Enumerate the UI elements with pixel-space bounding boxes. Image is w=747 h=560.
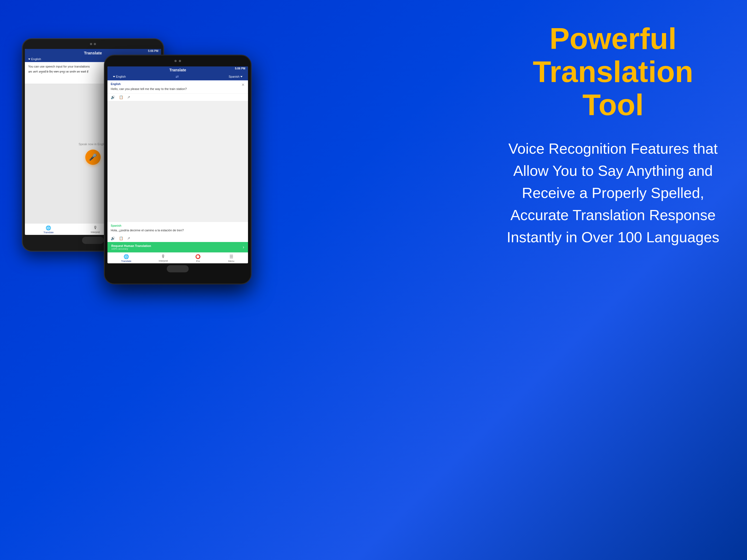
front-spanish-copy-icon[interactable]: 📋 — [119, 236, 123, 240]
human-translate-sublabel: 100% accuracy — [111, 248, 151, 250]
swap-languages-icon[interactable]: ⇄ — [176, 74, 179, 79]
front-lang-to-label: Spanish — [229, 75, 239, 78]
front-spanish-label: Spanish — [111, 224, 245, 227]
front-nav-menu[interactable]: ☰ Menu — [228, 254, 234, 262]
front-english-copy-icon[interactable]: 📋 — [119, 95, 123, 99]
front-english-card-header: English ✕ — [111, 82, 245, 87]
front-lang-bar: English ⇄ Spanish — [107, 73, 248, 80]
front-tablet-camera — [105, 55, 251, 67]
front-lang-from-arrow — [113, 76, 115, 77]
headline-line1: Powerful — [501, 22, 725, 55]
front-nav-interpret[interactable]: 🎙 Interpret — [159, 254, 168, 262]
back-nav-translate-label: Translate — [44, 231, 54, 234]
human-translate-bar[interactable]: Request Human Translation 100% accuracy … — [107, 242, 248, 252]
front-nav-menu-label: Menu — [228, 260, 234, 262]
back-lang-label: English — [31, 57, 41, 61]
front-home-button[interactable] — [105, 263, 251, 274]
back-nav-translate-icon: 🌐 — [46, 225, 51, 230]
front-bottom-nav: 🌐 Translate 🎙 Interpret ⭕ Pro ☰ Menu — [107, 252, 248, 263]
front-nav-translate-icon: 🌐 — [124, 254, 129, 259]
front-app-time: 5:06 PM — [235, 67, 245, 70]
back-mic-icon: 🎤 — [89, 153, 97, 161]
front-nav-translate-label: Translate — [121, 260, 131, 262]
front-nav-translate[interactable]: 🌐 Translate — [121, 254, 131, 262]
front-english-card-close[interactable]: ✕ — [241, 82, 245, 87]
camera-dot-left — [90, 43, 92, 45]
front-english-text: Hello, can you please tell me the way to… — [111, 87, 245, 91]
front-nav-menu-icon: ☰ — [229, 254, 233, 259]
subtext: Voice Recognition Features that Allow Yo… — [501, 137, 725, 248]
front-spanish-text: Hola, ¿podría decirme el camino a la est… — [111, 228, 245, 232]
back-nav-interpret-label: Interpret — [91, 231, 100, 233]
back-app-time: 5:06 PM — [148, 50, 158, 52]
back-home-btn-oval — [82, 237, 104, 244]
back-tablet-camera — [23, 39, 163, 49]
back-nav-interpret[interactable]: 🎙 Interpret — [91, 225, 100, 234]
back-app-title: Translate — [84, 51, 102, 55]
human-translate-label: Request Human Translation — [111, 244, 151, 248]
human-translate-chevron-icon: › — [243, 245, 244, 250]
front-lang-to-arrow — [240, 76, 242, 77]
front-nav-pro-label: Pro — [196, 260, 200, 262]
front-camera-dot-right — [179, 60, 181, 62]
front-english-share-icon[interactable]: ↗ — [127, 95, 130, 99]
right-panel: Powerful Translation Tool Voice Recognit… — [501, 22, 725, 248]
back-nav-interpret-icon: 🎙 — [93, 225, 98, 230]
headline: Powerful Translation Tool — [501, 22, 725, 121]
back-lang-dropdown[interactable]: English — [28, 57, 41, 61]
front-nav-pro-icon: ⭕ — [195, 254, 201, 259]
front-tablet-content: 5:06 PM Translate English ⇄ Spanish — [107, 67, 248, 263]
front-spanish-share-icon[interactable]: ↗ — [127, 236, 130, 240]
front-nav-pro[interactable]: ⭕ Pro — [195, 254, 201, 262]
front-lang-from[interactable]: English — [113, 75, 126, 78]
back-nav-translate[interactable]: 🌐 Translate — [44, 225, 54, 234]
front-app-title: Translate — [169, 68, 186, 72]
front-nav-interpret-icon: 🎙 — [161, 254, 165, 259]
front-spanish-card-actions: 🔊 📋 ↗ — [107, 235, 248, 242]
back-lang-dropdown-arrow — [28, 58, 30, 60]
front-english-card: English ✕ Hello, can you please tell me … — [107, 80, 248, 94]
front-app-header: 5:06 PM Translate — [107, 67, 248, 73]
back-mic-button[interactable]: 🎤 — [85, 150, 101, 165]
headline-line2: Translation Tool — [501, 55, 725, 121]
front-spanish-speaker-icon[interactable]: 🔊 — [111, 236, 115, 240]
camera-dot-right — [94, 43, 96, 45]
front-lang-from-label: English — [116, 75, 126, 78]
human-translate-info: Request Human Translation 100% accuracy — [111, 244, 151, 250]
back-speak-label: Speak now in English — [78, 143, 107, 146]
front-english-card-actions: 🔊 📋 ↗ — [107, 94, 248, 101]
front-tablet-screen: 5:06 PM Translate English ⇄ Spanish — [107, 67, 248, 263]
front-home-btn-oval — [167, 265, 189, 272]
front-spanish-card: Spanish Hola, ¿podría decirme el camino … — [107, 222, 248, 235]
front-nav-interpret-label: Interpret — [159, 259, 168, 262]
front-english-label: English — [111, 82, 121, 85]
front-camera-dot-left — [175, 60, 177, 62]
front-spacer — [107, 101, 248, 222]
front-tablet: 5:06 PM Translate English ⇄ Spanish — [104, 55, 252, 284]
front-english-speaker-icon[interactable]: 🔊 — [111, 95, 115, 99]
front-lang-to[interactable]: Spanish — [229, 75, 242, 78]
